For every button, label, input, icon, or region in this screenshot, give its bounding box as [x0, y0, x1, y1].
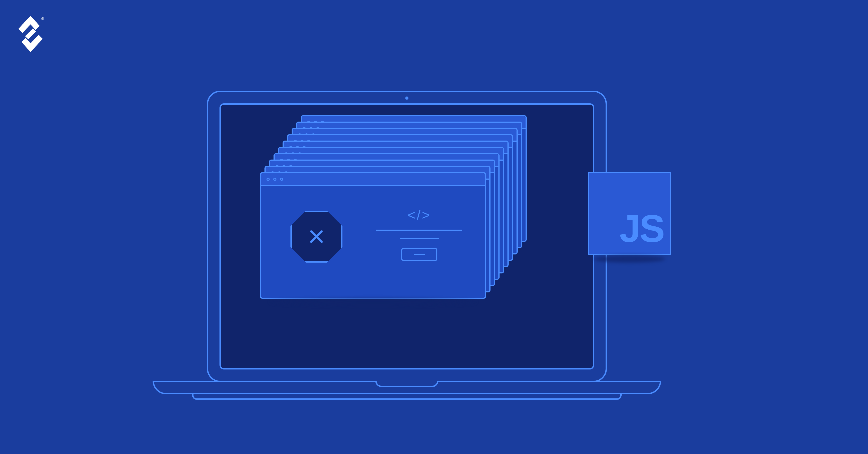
- laptop-foot: [192, 394, 622, 400]
- text-line: [376, 230, 462, 231]
- window-titlebar: [261, 173, 485, 186]
- window-shadow: [270, 298, 476, 305]
- toptal-logo: ®: [16, 16, 45, 52]
- browser-window: </>: [260, 172, 486, 299]
- illustration-canvas: ® </> JS: [0, 0, 868, 454]
- laptop-base: [153, 381, 661, 394]
- camera-icon: [405, 97, 408, 100]
- traffic-light-icon: [267, 177, 270, 181]
- error-stop-icon: [290, 210, 342, 263]
- badge-shadow: [594, 255, 665, 263]
- svg-rect-0: [25, 29, 36, 39]
- window-stack: </>: [260, 115, 486, 319]
- button-label-placeholder: [414, 254, 425, 255]
- traffic-light-icon: [273, 177, 276, 181]
- traffic-light-icon: [280, 177, 283, 181]
- js-label: JS: [619, 209, 664, 248]
- svg-text:®: ®: [41, 17, 44, 21]
- placeholder-button: [401, 248, 437, 261]
- code-block: </>: [376, 207, 462, 261]
- js-badge: JS: [588, 172, 671, 255]
- text-line-short: [400, 238, 439, 239]
- laptop-notch: [375, 381, 438, 387]
- code-tag-icon: </>: [376, 207, 462, 223]
